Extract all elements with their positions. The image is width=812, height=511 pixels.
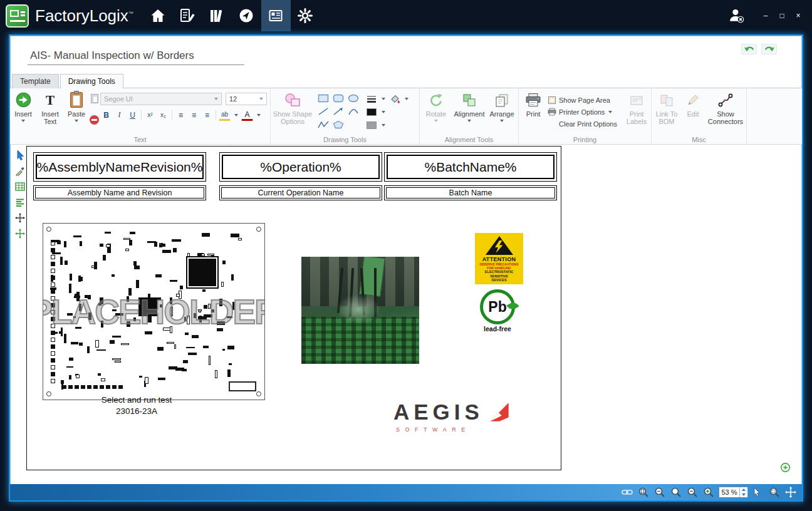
underline-button[interactable]: U [127, 109, 138, 121]
line-color-button[interactable] [365, 106, 378, 118]
caption-text: Batch Name [449, 188, 492, 197]
select-tool-button[interactable] [13, 148, 28, 162]
tab-drawing-tools[interactable]: Drawing Tools [60, 74, 123, 88]
canvas-fit-button[interactable] [781, 463, 790, 472]
nav-settings[interactable] [291, 0, 320, 31]
fit-width-button[interactable] [653, 487, 666, 498]
rotate-button[interactable]: Rotate [422, 91, 450, 122]
fit-width-magnifier-icon [654, 487, 665, 498]
curve-tool[interactable] [346, 105, 360, 118]
nav-home[interactable] [143, 0, 173, 31]
align-center-button[interactable]: ≡ [188, 109, 200, 121]
show-connectors-button[interactable]: Show Connectors [707, 91, 744, 125]
label-template-canvas[interactable]: %AssemblyNameRevision% %Operation% %Batc… [26, 146, 561, 470]
field-batch-name[interactable]: %BatchName% [384, 152, 557, 182]
zoom-in-button[interactable] [702, 487, 715, 498]
logout-user-button[interactable] [726, 3, 748, 29]
minimize-button[interactable]: – [758, 6, 773, 25]
zoom-100-button[interactable] [670, 487, 682, 498]
maximize-button[interactable]: □ [774, 6, 789, 25]
font-size-combo[interactable]: 12 [226, 93, 267, 105]
align-left-button[interactable]: ≡ [175, 109, 187, 121]
aegis-logo[interactable]: AEGIS SOFTWARE [393, 399, 513, 433]
pcb-placeholder-image[interactable]: PLACEHOLDER [43, 223, 265, 400]
undo-button[interactable] [741, 44, 757, 54]
clear-formatting-button[interactable] [89, 115, 100, 125]
lead-free-logo[interactable]: Pb lead-free [476, 289, 519, 333]
fill-color-caret-button[interactable] [379, 119, 387, 131]
print-labels-button[interactable]: Print Labels [624, 91, 649, 125]
esd-warning-label[interactable]: ATTENTION OBSERVE PRECAUTIONS FOR HANDLI… [475, 233, 523, 284]
highlight-button[interactable]: ab [219, 109, 231, 121]
print-button[interactable]: Print [521, 91, 545, 118]
arrange-button[interactable]: Arrange [487, 91, 516, 122]
line-color-caret-button[interactable] [379, 106, 387, 118]
font-color-button[interactable]: A [241, 109, 253, 121]
font-color-caret-button[interactable] [254, 109, 263, 121]
tab-template[interactable]: Template [12, 74, 59, 88]
redo-button[interactable] [761, 44, 777, 54]
zoom-region-button[interactable] [768, 487, 781, 498]
text-format-row: B I U x² x₂ ≡ ≡ ≡ ab A [100, 109, 263, 121]
rounded-rectangle-tool[interactable] [331, 92, 345, 105]
nav-process-definition[interactable] [173, 0, 202, 31]
fit-page-button[interactable] [637, 487, 650, 498]
move-tool-button[interactable] [13, 227, 28, 240]
show-page-area-button[interactable]: Show Page Area [548, 94, 625, 106]
eyedropper-tool-button[interactable] [13, 164, 28, 177]
field-assembly-name-revision[interactable]: %AssemblyNameRevision% [33, 152, 206, 182]
transform-tool-button[interactable] [13, 211, 28, 224]
connectors-icon [717, 91, 734, 108]
caption-batch-name[interactable]: Batch Name [384, 185, 557, 200]
nav-dispatch[interactable] [232, 0, 261, 31]
subscript-button[interactable]: x₂ [157, 109, 169, 121]
pan-button[interactable] [784, 487, 797, 498]
paste-button[interactable]: Paste [65, 91, 88, 122]
close-button[interactable]: × [791, 6, 806, 25]
polygon-tool[interactable] [331, 118, 345, 131]
fill-color-button[interactable] [365, 119, 378, 131]
edit-button[interactable]: Edit [683, 91, 703, 118]
alignment-button[interactable]: Alignment [452, 91, 486, 122]
line-tool[interactable] [316, 105, 330, 118]
caption-assembly-name-revision[interactable]: Assembly Name and Revision [33, 185, 206, 200]
highlight-caret-button[interactable] [232, 109, 240, 121]
polyline-tool[interactable] [316, 118, 330, 131]
link-to-bom-button[interactable]: Link To BOM [653, 91, 680, 125]
zoom-out-button[interactable] [686, 487, 699, 498]
inspection-photo-image[interactable] [301, 257, 419, 364]
ellipse-tool[interactable] [346, 92, 360, 105]
zoom-cursor-button[interactable] [752, 487, 764, 498]
zoom-cursor-icon [753, 487, 763, 497]
zoom-step-up-button[interactable] [740, 487, 747, 492]
zoom-step-down-button[interactable] [740, 492, 747, 497]
fill-bucket-caret-button[interactable] [402, 93, 410, 105]
nav-documents[interactable] [261, 0, 291, 31]
grid-tool-button[interactable] [13, 180, 28, 193]
field-operation[interactable]: %Operation% [219, 152, 382, 182]
zoom-level-spinner[interactable]: 53 % [719, 487, 748, 498]
line-width-button[interactable] [365, 93, 378, 105]
insert-button[interactable]: Insert [11, 91, 35, 122]
insert-text-button[interactable]: T Insert Text [38, 91, 63, 125]
printer-options-button[interactable]: Printer Options [548, 106, 625, 118]
italic-button[interactable]: I [113, 109, 125, 121]
clear-print-options-button[interactable]: Clear Print Options [548, 118, 625, 130]
arrow-tool[interactable] [331, 105, 345, 118]
rectangle-tool[interactable] [316, 92, 330, 105]
template-name-field[interactable]: AIS- Manual Inspection w/ Borders [28, 49, 244, 65]
superscript-button[interactable]: x² [144, 109, 156, 121]
nav-library[interactable] [202, 0, 232, 31]
show-shape-options-button[interactable]: Show Shape Options [272, 91, 313, 125]
align-right-button[interactable]: ≡ [201, 109, 213, 121]
move-arrows-icon [15, 229, 25, 239]
fill-bucket-button[interactable] [388, 93, 402, 105]
font-family-combo[interactable]: Segoe UI [100, 93, 222, 105]
bold-button[interactable]: B [100, 109, 112, 121]
zoom-stepper[interactable] [739, 487, 747, 497]
copy-format-button[interactable] [89, 93, 100, 104]
align-list-tool-button[interactable] [13, 195, 28, 209]
line-width-caret-button[interactable] [379, 93, 387, 105]
link-view-button[interactable] [621, 487, 633, 498]
caption-operation[interactable]: Current Operation Name [219, 185, 382, 200]
